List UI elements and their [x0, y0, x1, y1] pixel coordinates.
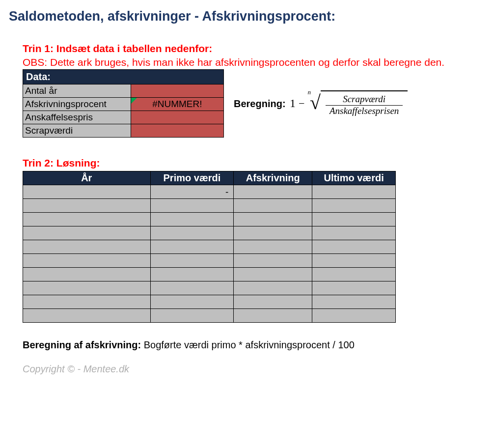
calc-note-bold: Beregning af afskrivning:	[23, 339, 144, 350]
cell-year[interactable]	[23, 240, 151, 254]
formula-minus: −	[299, 97, 304, 110]
page-title: Saldometoden, afskrivninger - Afskrivnin…	[9, 9, 485, 24]
cell-year[interactable]	[23, 254, 151, 268]
cell-year[interactable]	[23, 295, 151, 309]
cell-afskrivning[interactable]	[234, 240, 312, 254]
cell-primo[interactable]	[150, 281, 234, 295]
cell-ultimo[interactable]	[312, 185, 396, 199]
cell-year[interactable]	[23, 185, 151, 199]
table-row	[23, 254, 396, 268]
calc-note: Beregning af afskrivning: Bogførte værdi…	[23, 339, 485, 351]
cell-ultimo[interactable]	[312, 254, 396, 268]
table-row	[23, 213, 396, 226]
cell-primo[interactable]	[150, 268, 234, 281]
th-year: År	[23, 171, 151, 185]
calc-note-text: Bogførte værdi primo * afskrivningsproce…	[144, 339, 355, 350]
step1-row: Data: Antal år Afskrivningsprocent #NUMM…	[23, 69, 485, 138]
step1-heading: Trin 1: Indsæt data i tabellen nedenfor:	[23, 43, 485, 55]
table-row	[23, 281, 396, 295]
cell-afskrivning[interactable]	[234, 226, 312, 240]
beregning-label: Beregning:	[234, 98, 286, 109]
cell-ultimo[interactable]	[312, 213, 396, 226]
step2: Trin 2: Løsning: År Primo værdi Afskrivn…	[23, 157, 485, 323]
cell-ultimo[interactable]	[312, 199, 396, 213]
cell-afskrivning[interactable]	[234, 185, 312, 199]
cell-afskrivning[interactable]	[234, 268, 312, 281]
cell-year[interactable]	[23, 213, 151, 226]
formula-fraction: Scrapværdi Anskaffelsesprisen	[326, 94, 403, 117]
cell-afskrivning[interactable]	[234, 199, 312, 213]
cell-year[interactable]	[23, 309, 151, 323]
table-row: -	[23, 185, 396, 199]
data-table: Data: Antal år Afskrivningsprocent #NUMM…	[23, 69, 224, 138]
th-afskrivning: Afskrivning	[234, 171, 312, 185]
cell-year[interactable]	[23, 268, 151, 281]
cell-primo[interactable]	[150, 309, 234, 323]
cell-ultimo[interactable]	[312, 295, 396, 309]
cell-afskrivning[interactable]	[234, 309, 312, 323]
input-anskaffelsespris[interactable]	[131, 111, 223, 124]
copyright: Copyright © - Mentee.dk	[23, 364, 485, 375]
cell-ultimo[interactable]	[312, 240, 396, 254]
cell-year[interactable]	[23, 199, 151, 213]
cell-ultimo[interactable]	[312, 226, 396, 240]
table-row	[23, 240, 396, 254]
cell-afskrivning[interactable]	[234, 213, 312, 226]
cell-year[interactable]	[23, 281, 151, 295]
row-scrapvaerdi: Scrapværdi	[23, 124, 224, 138]
step2-heading: Trin 2: Løsning:	[23, 157, 485, 169]
cell-primo[interactable]: -	[150, 185, 234, 199]
result-table: År Primo værdi Afskrivning Ultimo værdi …	[23, 171, 396, 323]
formula-denominator: Anskaffelsesprisen	[326, 106, 403, 117]
table-row	[23, 309, 396, 323]
cell-primo[interactable]	[150, 213, 234, 226]
cell-primo[interactable]	[150, 240, 234, 254]
th-primo: Primo værdi	[150, 171, 234, 185]
formula-numerator: Scrapværdi	[326, 94, 403, 106]
cell-primo[interactable]	[150, 199, 234, 213]
cell-afskrivning[interactable]	[234, 281, 312, 295]
radical-icon: √	[310, 97, 321, 109]
cell-afskrivningspct-error[interactable]: #NUMMER!	[131, 98, 223, 111]
formula-root: n √ Scrapværdi Anskaffelsesprisen	[307, 90, 408, 117]
formula-one: 1	[290, 97, 296, 110]
formula: 1 − n √ Scrapværdi Anskaffelsesprisen	[290, 90, 408, 117]
cell-afskrivning[interactable]	[234, 295, 312, 309]
cell-ultimo[interactable]	[312, 309, 396, 323]
row-anskaffelsespris: Anskaffelsespris	[23, 111, 224, 124]
table-row	[23, 226, 396, 240]
table-row	[23, 199, 396, 213]
th-ultimo: Ultimo værdi	[312, 171, 396, 185]
obs-note: OBS: Dette ark bruges, hvis man ikke har…	[23, 56, 485, 68]
cell-year[interactable]	[23, 226, 151, 240]
label-afskrivningspct: Afskrivningsprocent	[23, 98, 131, 111]
cell-ultimo[interactable]	[312, 268, 396, 281]
input-scrapvaerdi[interactable]	[131, 124, 223, 138]
label-antal-aar: Antal år	[23, 84, 131, 98]
input-antal-aar[interactable]	[131, 84, 223, 98]
label-scrapvaerdi: Scrapværdi	[23, 124, 131, 138]
cell-primo[interactable]	[150, 254, 234, 268]
row-afskrivningspct: Afskrivningsprocent #NUMMER!	[23, 98, 224, 111]
cell-afskrivning[interactable]	[234, 254, 312, 268]
label-anskaffelsespris: Anskaffelsespris	[23, 111, 131, 124]
data-table-header: Data:	[23, 70, 224, 84]
formula-block: Beregning: 1 − n √ Scrapværdi Anskaffels…	[234, 90, 408, 117]
cell-ultimo[interactable]	[312, 281, 396, 295]
main-content: Trin 1: Indsæt data i tabellen nedenfor:…	[9, 43, 485, 375]
cell-primo[interactable]	[150, 295, 234, 309]
cell-primo[interactable]	[150, 226, 234, 240]
table-row	[23, 295, 396, 309]
table-row	[23, 268, 396, 281]
row-antal-aar: Antal år	[23, 84, 224, 98]
